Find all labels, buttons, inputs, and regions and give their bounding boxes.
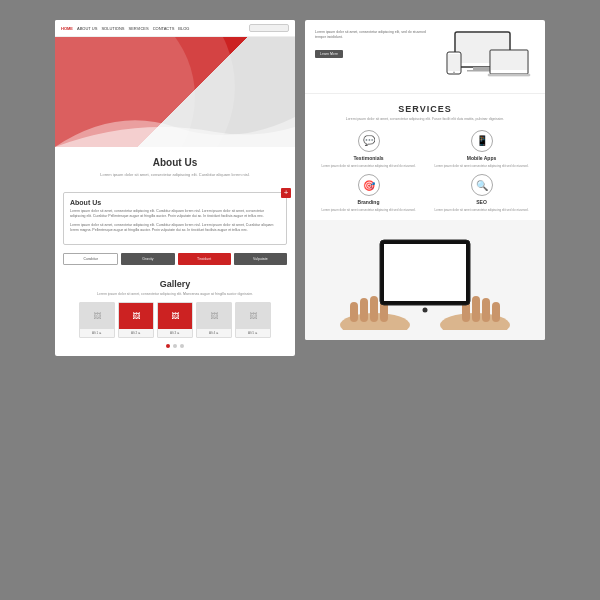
gallery-item-3[interactable]: 🖼 Alt 3 ►	[157, 302, 193, 338]
service-testimonials: 💬 Testimonials Lorem ipsum dolor sit ame…	[315, 130, 422, 168]
gallery-img-3: 🖼	[158, 303, 192, 329]
btn-vulputate[interactable]: Vulputate	[234, 253, 287, 265]
gallery-dot-1[interactable]	[166, 344, 170, 348]
about-section: About Us Lorem ipsum dolor sit amet, con…	[55, 147, 295, 192]
about-card-text1: Lorem ipsum dolor sit amet, consectetur …	[70, 209, 280, 220]
svg-rect-14	[370, 296, 378, 322]
branding-icon: 🎯	[358, 174, 380, 196]
gallery-item-4[interactable]: 🖼 Alt 4 ►	[196, 302, 232, 338]
services-title: SERVICES	[315, 104, 535, 114]
devices-image	[445, 30, 535, 85]
svg-rect-13	[360, 298, 368, 322]
svg-rect-21	[384, 244, 466, 301]
svg-point-22	[423, 308, 428, 313]
nav-bar: HOME ABOUT US SOLUTIONS SERVICES CONTACT…	[55, 20, 295, 37]
devices-section: Lorem ipsum dolor sit amet, consectetur …	[305, 20, 545, 94]
about-title: About Us	[67, 157, 283, 168]
right-panel: Lorem ipsum dolor sit amet, consectetur …	[305, 20, 545, 340]
search-bar[interactable]	[249, 24, 289, 32]
gallery-label-2: Alt 2 ►	[119, 329, 153, 337]
svg-rect-19	[492, 302, 500, 322]
svg-rect-12	[350, 302, 358, 322]
gallery-row: 🖼 Alt 1 ► 🖼 Alt 2 ► 🖼 Alt 3 ► 🖼 Alt 4 ► …	[67, 302, 283, 338]
btn-tincidunt[interactable]: Tincidunt	[178, 253, 231, 265]
svg-rect-18	[482, 298, 490, 322]
gallery-dots	[67, 344, 283, 348]
button-row: Curabitur Gravity Tincidunt Vulputate	[63, 253, 287, 265]
nav-about[interactable]: ABOUT US	[77, 26, 97, 31]
gallery-item-2[interactable]: 🖼 Alt 2 ►	[118, 302, 154, 338]
seo-desc: Lorem ipsum dolor sit amet consectetur a…	[434, 208, 528, 212]
testimonials-name: Testimonials	[353, 155, 383, 161]
main-container: HOME ABOUT US SOLUTIONS SERVICES CONTACT…	[0, 0, 600, 600]
tablet-svg	[335, 230, 515, 330]
services-subtitle: Lorem ipsum dolor sit amet, consectetur …	[315, 117, 535, 122]
gallery-img-5: 🖼	[236, 303, 270, 329]
about-card: + About Us Lorem ipsum dolor sit amet, c…	[63, 192, 287, 245]
seo-name: SEO	[476, 199, 487, 205]
tablet-section	[305, 220, 545, 340]
testimonials-desc: Lorem ipsum dolor sit amet consectetur a…	[321, 164, 415, 168]
gallery-label-4: Alt 4 ►	[197, 329, 231, 337]
devices-text: Lorem ipsum dolor sit amet, consectetur …	[315, 30, 437, 85]
left-panel: HOME ABOUT US SOLUTIONS SERVICES CONTACT…	[55, 20, 295, 356]
learn-more-button[interactable]: Learn More	[315, 50, 343, 58]
services-section: SERVICES Lorem ipsum dolor sit amet, con…	[305, 94, 545, 220]
mobile-apps-desc: Lorem ipsum dolor sit amet consectetur a…	[434, 164, 528, 168]
about-card-title: About Us	[70, 199, 280, 206]
gallery-subtitle: Lorem ipsum dolor sit amet, consectetur …	[67, 292, 283, 297]
gallery-img-2: 🖼	[119, 303, 153, 329]
nav-contacts[interactable]: CONTACTS	[153, 26, 175, 31]
nav-blog[interactable]: BLOG	[178, 26, 189, 31]
service-mobile-apps: 📱 Mobile Apps Lorem ipsum dolor sit amet…	[428, 130, 535, 168]
nav-links: HOME ABOUT US SOLUTIONS SERVICES CONTACT…	[61, 26, 243, 31]
gallery-dot-3[interactable]	[180, 344, 184, 348]
seo-icon: 🔍	[471, 174, 493, 196]
gallery-img-1: 🖼	[80, 303, 114, 329]
gallery-label-1: Alt 1 ►	[80, 329, 114, 337]
hero-curve-svg	[55, 97, 295, 147]
gallery-label-5: Alt 5 ►	[236, 329, 270, 337]
btn-gravity[interactable]: Gravity	[121, 253, 174, 265]
svg-rect-17	[472, 296, 480, 322]
testimonials-icon: 💬	[358, 130, 380, 152]
gallery-dot-2[interactable]	[173, 344, 177, 348]
plus-icon[interactable]: +	[281, 188, 291, 198]
about-subtitle: Lorem ipsum dolor sit amet, consectetur …	[67, 172, 283, 178]
branding-desc: Lorem ipsum dolor sit amet consectetur a…	[321, 208, 415, 212]
svg-point-9	[453, 72, 455, 74]
gallery-label-3: Alt 3 ►	[158, 329, 192, 337]
service-branding: 🎯 Branding Lorem ipsum dolor sit amet co…	[315, 174, 422, 212]
svg-rect-5	[491, 51, 527, 70]
devices-svg	[445, 30, 535, 85]
gallery-section: Gallery Lorem ipsum dolor sit amet, cons…	[55, 275, 295, 357]
service-seo: 🔍 SEO Lorem ipsum dolor sit amet consect…	[428, 174, 535, 212]
services-grid: 💬 Testimonials Lorem ipsum dolor sit ame…	[315, 130, 535, 212]
svg-rect-8	[448, 54, 460, 71]
svg-rect-6	[488, 74, 530, 76]
hero-section	[55, 37, 295, 147]
mobile-apps-icon: 📱	[471, 130, 493, 152]
gallery-item-5[interactable]: 🖼 Alt 5 ►	[235, 302, 271, 338]
mobile-apps-name: Mobile Apps	[467, 155, 497, 161]
gallery-item-1[interactable]: 🖼 Alt 1 ►	[79, 302, 115, 338]
nav-home[interactable]: HOME	[61, 26, 73, 31]
devices-desc: Lorem ipsum dolor sit amet, consectetur …	[315, 30, 437, 41]
branding-name: Branding	[358, 199, 380, 205]
gallery-title: Gallery	[67, 279, 283, 289]
about-card-text2: Lorem ipsum dolor sit amet, consectetur …	[70, 223, 280, 234]
svg-rect-2	[473, 67, 492, 70]
nav-services[interactable]: SERVICES	[129, 26, 149, 31]
nav-solutions[interactable]: SOLUTIONS	[101, 26, 124, 31]
btn-curabitur[interactable]: Curabitur	[63, 253, 118, 265]
gallery-img-4: 🖼	[197, 303, 231, 329]
